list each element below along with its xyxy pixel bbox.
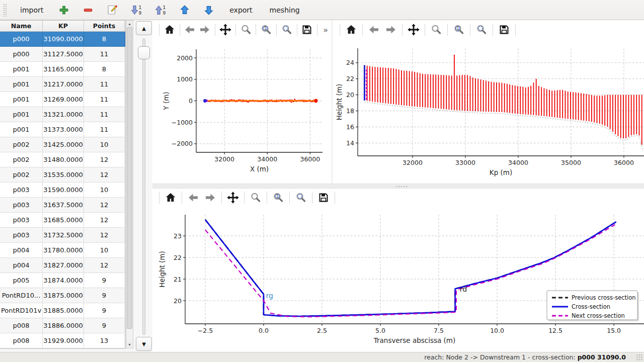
sort-descending-button[interactable]: 19: [128, 2, 145, 18]
table-scrollbar[interactable]: ▴ ▾: [126, 20, 133, 348]
pan-icon: [219, 23, 232, 36]
home-button[interactable]: [343, 22, 360, 37]
back-button[interactable]: [185, 190, 202, 205]
table-row[interactable]: p00231535.000012: [0, 167, 125, 183]
cell-kp: 31321.0000: [43, 107, 84, 122]
back-button[interactable]: [183, 22, 198, 37]
move-up-button[interactable]: [176, 2, 193, 18]
cell-points: 12: [84, 152, 125, 167]
slider-down-button[interactable]: ▼: [136, 337, 152, 351]
slider-groove[interactable]: [142, 38, 145, 335]
table-row[interactable]: p00231480.000012: [0, 152, 125, 167]
svg-text:X (m): X (m): [250, 165, 269, 173]
table-row[interactable]: PontRD10...31875.00009: [0, 288, 125, 303]
svg-text:Transverse abscissa (m): Transverse abscissa (m): [373, 336, 456, 344]
forward-button[interactable]: [382, 22, 399, 37]
zoom-fit-icon: [475, 24, 488, 36]
save-button[interactable]: [315, 190, 332, 205]
cell-kp: 31685.0000: [43, 213, 84, 228]
status-cross-section: p000 31090.0: [578, 353, 626, 361]
table-row[interactable]: p00331590.000010: [0, 183, 125, 198]
cross-section-chart[interactable]: −2.50.02.55.07.510.012.515.020212223Tran…: [152, 207, 644, 352]
table-row[interactable]: p00031127.500011: [0, 47, 125, 62]
table-row[interactable]: p00131321.000011: [0, 107, 125, 122]
column-header-name[interactable]: Name: [0, 21, 43, 31]
meshing-button[interactable]: meshing: [265, 3, 305, 17]
home-button[interactable]: [162, 190, 179, 205]
zoom-one-button[interactable]: 1: [259, 22, 274, 37]
toolbar-overflow-chevron[interactable]: »: [320, 25, 331, 35]
table-row[interactable]: p00131217.000011: [0, 77, 125, 92]
slider-up-button[interactable]: ▲: [136, 21, 152, 35]
export-button[interactable]: export: [224, 3, 257, 17]
table-row[interactable]: p00331732.500012: [0, 228, 125, 243]
cell-points: 8: [84, 32, 125, 47]
scroll-down-icon[interactable]: ▾: [126, 341, 133, 348]
save-button[interactable]: [496, 22, 513, 37]
table-row[interactable]: p00131165.00008: [0, 62, 125, 77]
table-row[interactable]: p00231425.000010: [0, 137, 125, 152]
table-row[interactable]: PontRD101v31885.00009: [0, 303, 125, 318]
main-toolbar: import1919exportmeshing: [0, 0, 644, 20]
plan-view-chart[interactable]: 320003400036000−2000−1000010002000X (m)Y…: [152, 39, 331, 184]
table-row[interactable]: p00431827.000012: [0, 258, 125, 273]
home-icon: [345, 24, 357, 36]
toolbar-separator: [182, 192, 182, 204]
scrollbar-thumb[interactable]: [127, 27, 132, 329]
window-resize-grip[interactable]: [636, 354, 642, 360]
add-cross-section-button[interactable]: [55, 2, 72, 18]
move-down-button[interactable]: [200, 2, 217, 18]
table-row[interactable]: p00831886.00009: [0, 318, 125, 333]
save-button[interactable]: [300, 22, 315, 37]
forward-button[interactable]: [197, 22, 212, 37]
sort-ascending-button[interactable]: 19: [152, 2, 169, 18]
remove-cross-section-button[interactable]: [79, 2, 97, 18]
table-row[interactable]: p00131269.000011: [0, 92, 125, 107]
column-header-kp[interactable]: KP: [43, 21, 84, 31]
table-row[interactable]: p00531874.00009: [0, 273, 125, 288]
cell-name: p008: [0, 318, 43, 333]
table-row[interactable]: p00031090.00008: [0, 32, 125, 47]
cell-points: 12: [84, 258, 125, 273]
cell-name: p001: [0, 107, 43, 122]
table-row[interactable]: p00831929.000013: [0, 333, 125, 348]
scroll-up-icon[interactable]: ▴: [126, 21, 133, 27]
table-row[interactable]: p00331637.500012: [0, 198, 125, 213]
edit-cross-section-button[interactable]: [104, 2, 121, 18]
horizontal-splitter[interactable]: [152, 184, 644, 189]
pan-button[interactable]: [224, 190, 242, 205]
up-triangle-icon: ▲: [142, 26, 146, 31]
zoom-fit-button[interactable]: [473, 22, 490, 37]
toolbar-drag-handle[interactable]: [3, 4, 7, 17]
table-row[interactable]: p00331685.000012: [0, 213, 125, 228]
zoom-fit-button[interactable]: [292, 190, 309, 205]
cell-name: p002: [0, 137, 43, 152]
toolbar-separator: [276, 24, 277, 36]
home-button[interactable]: [162, 22, 177, 37]
import-button[interactable]: import: [15, 3, 48, 17]
cell-points: 12: [84, 198, 125, 213]
pan-button[interactable]: [218, 22, 233, 37]
table-row[interactable]: p00131373.000011: [0, 122, 125, 137]
column-header-points[interactable]: Points: [84, 21, 125, 31]
zoom-button[interactable]: [428, 22, 445, 37]
back-button[interactable]: [365, 22, 382, 37]
zoom-button[interactable]: [247, 190, 264, 205]
zoom-button[interactable]: [238, 22, 254, 37]
table-row[interactable]: p00431780.000010: [0, 243, 125, 258]
svg-text:−1000: −1000: [172, 119, 193, 126]
zoom-one-button[interactable]: 1: [450, 22, 467, 37]
zoom-one-button[interactable]: 1: [270, 190, 287, 205]
slider-handle[interactable]: [138, 46, 150, 59]
longitudinal-profile-chart[interactable]: 3200033000340003500036000141618202224Kp …: [333, 39, 644, 184]
cell-name: p000: [0, 32, 43, 47]
zoom-fit-button[interactable]: [279, 22, 294, 37]
cell-kp: 31637.5000: [43, 198, 84, 213]
pan-button[interactable]: [405, 22, 422, 37]
splitter-grip[interactable]: [395, 186, 408, 188]
svg-text:rd: rd: [460, 285, 467, 293]
forward-button[interactable]: [202, 190, 219, 205]
zoom-fit-icon: [281, 24, 293, 36]
zoom-one-icon: 1: [272, 192, 284, 204]
move-down-icon: [203, 5, 214, 16]
